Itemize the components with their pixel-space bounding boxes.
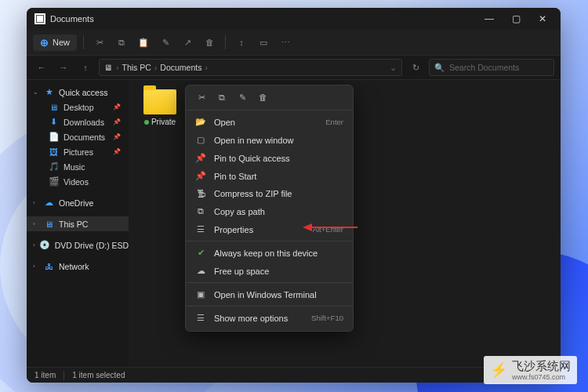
refresh-button[interactable]: ↻ bbox=[407, 59, 424, 76]
search-icon: 🔍 bbox=[434, 63, 445, 73]
sidebar-item-desktop[interactable]: 🖥Desktop📌 bbox=[27, 100, 129, 114]
ctx-delete-icon[interactable]: 🗑 bbox=[256, 93, 269, 103]
paste-button[interactable]: 📋 bbox=[134, 33, 153, 52]
sync-icon: ✔ bbox=[195, 248, 206, 258]
new-label: New bbox=[53, 38, 70, 47]
share-button[interactable]: ↗ bbox=[178, 33, 197, 52]
back-button[interactable]: ← bbox=[33, 59, 50, 76]
ctx-more[interactable]: ☰Show more optionsShift+F10 bbox=[186, 309, 353, 327]
view-button[interactable]: ▭ bbox=[254, 33, 273, 52]
ctx-open-new[interactable]: ▢Open in new window bbox=[186, 131, 353, 149]
copy-button[interactable]: ⧉ bbox=[112, 33, 131, 52]
ctx-open[interactable]: 📂OpenEnter bbox=[186, 113, 353, 131]
properties-icon: ☰ bbox=[195, 224, 206, 234]
pin-icon: 📌 bbox=[195, 153, 206, 163]
sidebar-thispc[interactable]: ›🖥This PC bbox=[27, 216, 129, 231]
sidebar-network[interactable]: ›🖧Network bbox=[27, 259, 129, 274]
sidebar-item-downloads[interactable]: ⬇Downloads📌 bbox=[27, 114, 129, 129]
terminal-icon: ▣ bbox=[195, 289, 206, 299]
new-button[interactable]: ⊕ New bbox=[33, 34, 77, 51]
ctx-compress[interactable]: 🗜Compress to ZIP file bbox=[186, 185, 353, 202]
ctx-terminal[interactable]: ▣Open in Windows Terminal bbox=[186, 285, 353, 303]
crumb-current[interactable]: Documents bbox=[160, 63, 201, 72]
ctx-keep[interactable]: ✔Always keep on this device bbox=[186, 244, 353, 262]
ctx-copy-icon[interactable]: ⧉ bbox=[216, 93, 228, 103]
minimize-button[interactable]: — bbox=[476, 8, 503, 30]
cut-button[interactable]: ✂ bbox=[90, 33, 109, 52]
file-explorer-window: Documents — ▢ ✕ ⊕ New ✂ ⧉ 📋 ✎ ↗ 🗑 ↕ ▭ ⋯ … bbox=[27, 8, 561, 383]
zip-icon: 🗜 bbox=[195, 189, 206, 198]
sidebar-onedrive[interactable]: ›☁OneDrive bbox=[27, 195, 129, 210]
ctx-copy-path[interactable]: ⧉Copy as path bbox=[186, 202, 353, 220]
delete-button[interactable]: 🗑 bbox=[200, 33, 219, 52]
toolbar: ⊕ New ✂ ⧉ 📋 ✎ ↗ 🗑 ↕ ▭ ⋯ bbox=[27, 30, 561, 55]
more-icon: ☰ bbox=[195, 313, 206, 323]
forward-button[interactable]: → bbox=[55, 59, 72, 76]
path-icon: ⧉ bbox=[195, 206, 206, 216]
dropdown-icon[interactable]: ⌄ bbox=[390, 63, 397, 72]
sidebar-item-music[interactable]: 🎵Music bbox=[27, 159, 129, 174]
watermark-logo: ⚡ bbox=[490, 361, 507, 379]
up-button[interactable]: ↑ bbox=[77, 59, 94, 76]
cloud-icon: ☁ bbox=[195, 266, 206, 276]
search-box[interactable]: 🔍 Search Documents bbox=[429, 59, 554, 76]
app-icon bbox=[34, 13, 45, 24]
open-icon: 📂 bbox=[195, 117, 206, 127]
ctx-properties[interactable]: ☰PropertiesAlt+Enter bbox=[186, 220, 353, 238]
pin-icon: 📌 bbox=[195, 171, 206, 181]
ctx-pin-start[interactable]: 📌Pin to Start bbox=[186, 167, 353, 185]
sidebar-item-videos[interactable]: 🎬Videos bbox=[27, 174, 129, 189]
sort-button[interactable]: ↕ bbox=[232, 33, 251, 52]
pc-icon: 🖥 bbox=[104, 63, 113, 72]
titlebar: Documents — ▢ ✕ bbox=[27, 8, 561, 30]
sidebar-item-documents[interactable]: 📄Documents📌 bbox=[27, 129, 129, 144]
folder-name: Private bbox=[151, 118, 176, 126]
folder-item[interactable]: Private bbox=[138, 89, 182, 126]
status-count: 1 item bbox=[34, 371, 56, 379]
window-title: Documents bbox=[50, 14, 94, 24]
sidebar: ⌄★Quick access 🖥Desktop📌 ⬇Downloads📌 📄Do… bbox=[27, 80, 129, 367]
maximize-button[interactable]: ▢ bbox=[503, 8, 529, 30]
navigation-row: ← → ↑ 🖥 › This PC › Documents › ⌄ ↻ 🔍 Se… bbox=[27, 55, 561, 80]
crumb-root[interactable]: This PC bbox=[122, 63, 151, 72]
watermark-brand: 飞沙系统网 bbox=[512, 359, 571, 374]
sync-status-icon bbox=[144, 120, 149, 125]
close-button[interactable]: ✕ bbox=[529, 8, 556, 30]
more-button[interactable]: ⋯ bbox=[276, 33, 295, 52]
search-placeholder: Search Documents bbox=[449, 63, 519, 72]
folder-icon bbox=[143, 89, 176, 114]
address-bar[interactable]: 🖥 › This PC › Documents › ⌄ bbox=[99, 59, 402, 76]
watermark: ⚡ 飞沙系统网 www.fs0745.com bbox=[484, 356, 577, 384]
status-bar: 1 item 1 item selected bbox=[27, 367, 561, 383]
ctx-pin-quick[interactable]: 📌Pin to Quick access bbox=[186, 149, 353, 167]
ctx-free[interactable]: ☁Free up space bbox=[186, 262, 353, 280]
ctx-cut-icon[interactable]: ✂ bbox=[195, 93, 208, 103]
status-selected: 1 item selected bbox=[72, 371, 125, 379]
rename-button[interactable]: ✎ bbox=[156, 33, 175, 52]
watermark-url: www.fs0745.com bbox=[512, 374, 571, 381]
context-menu: ✂ ⧉ ✎ 🗑 📂OpenEnter ▢Open in new window 📌… bbox=[185, 85, 354, 332]
content-pane[interactable]: Private ✂ ⧉ ✎ 🗑 📂OpenEnter ▢Open in new … bbox=[129, 80, 561, 367]
ctx-rename-icon[interactable]: ✎ bbox=[236, 93, 249, 103]
sidebar-dvd[interactable]: ›💿DVD Drive (D:) ESD-… bbox=[27, 238, 129, 252]
sidebar-quick-access[interactable]: ⌄★Quick access bbox=[27, 85, 129, 100]
window-icon: ▢ bbox=[195, 135, 206, 145]
plus-icon: ⊕ bbox=[40, 37, 49, 49]
sidebar-item-pictures[interactable]: 🖼Pictures📌 bbox=[27, 144, 129, 159]
